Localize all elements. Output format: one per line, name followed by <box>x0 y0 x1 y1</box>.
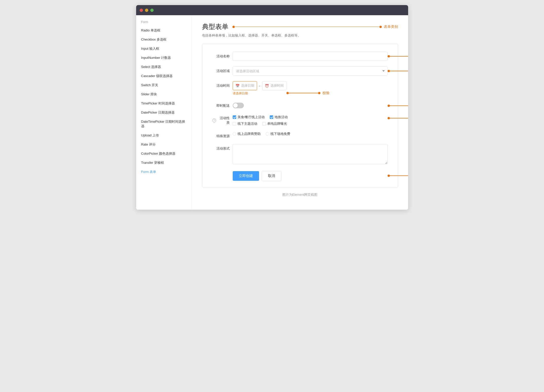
checkbox-pinpai[interactable] <box>262 122 266 126</box>
activity-zone-select[interactable]: 请选择活动区域 <box>233 66 388 76</box>
sidebar-item-datepicker[interactable]: DatePicker 日期选择器 <box>136 108 192 117</box>
activity-form-control <box>233 144 388 165</box>
activity-form-label: 活动形式 <box>212 144 233 151</box>
sidebar-section-title: Form <box>136 20 192 26</box>
special-resources-control: 线上品牌商赞助 线下场地免费 <box>233 132 388 136</box>
radio-group: 线上品牌商赞助 线下场地免费 <box>233 132 388 136</box>
sidebar-item-transfer[interactable]: Transfer 穿梭框 <box>136 158 192 167</box>
form-row-activity-nature: ? 活动性质 美食/餐厅线上活动 地推活 <box>212 115 388 126</box>
titlebar <box>136 5 408 15</box>
datetime-dash: - <box>259 84 260 88</box>
footer-text: 图片为Element网页截图 <box>202 187 398 200</box>
checkbox-ditui[interactable] <box>270 115 273 119</box>
instant-delivery-label: 即时配送 <box>212 101 233 108</box>
sidebar-item-cascader[interactable]: Cascader 级联选择器 <box>136 72 192 81</box>
date-picker-input[interactable]: 📅 选择日期 <box>233 81 257 90</box>
app-window: Form Radio 单选框 Checkbox 多选框 Input 输入框 In… <box>136 5 408 210</box>
form-card: 活动名称 表单标签 <box>202 44 398 187</box>
buttons-label-spacer <box>212 171 233 173</box>
annotation-dot-validation-right <box>318 92 320 94</box>
activity-form-textarea[interactable] <box>233 144 388 164</box>
activity-zone-label: 活动区域 <box>212 66 233 73</box>
minimize-button[interactable] <box>145 9 148 12</box>
page-header: 典型表单 表单类别 <box>202 22 398 31</box>
form-row-activity-form: 活动形式 <box>212 144 388 165</box>
sidebar-item-slider[interactable]: Slider 滑块 <box>136 90 192 99</box>
maximize-button[interactable] <box>150 9 154 12</box>
switch-knob <box>233 103 238 108</box>
annotation-dot-title <box>232 26 235 28</box>
instant-delivery-control <box>233 101 388 109</box>
activity-name-input[interactable] <box>233 52 388 61</box>
submit-button[interactable]: 立即创建 <box>233 171 259 181</box>
sidebar-item-timepicker[interactable]: TimePicker 时间选择器 <box>136 99 192 108</box>
activity-time-label: 活动时间 <box>212 81 233 88</box>
time-placeholder: 选择时间 <box>270 83 284 88</box>
annotation-dot-validation <box>286 92 289 94</box>
form-row-activity-name: 活动名称 表单标签 <box>212 52 388 61</box>
annotation-dot-zone <box>388 70 390 72</box>
radio-item-0[interactable]: 线上品牌商赞助 <box>233 132 261 136</box>
cancel-button[interactable]: 取消 <box>262 171 281 181</box>
activity-name-label: 活动名称 <box>212 52 233 59</box>
sidebar-item-colorpicker[interactable]: ColorPicker 颜色选择器 <box>136 149 192 158</box>
close-button[interactable] <box>140 9 143 12</box>
sidebar-item-inputnumber[interactable]: InputNumber 计数器 <box>136 53 192 62</box>
radio-label-1: 线下场地免费 <box>270 132 290 136</box>
checkbox-item-3[interactable]: 单纯品牌曝光 <box>262 121 287 126</box>
annotation-dot-btn <box>388 175 390 177</box>
content-area: Form Radio 单选框 Checkbox 多选框 Input 输入框 In… <box>136 15 408 210</box>
checkbox-item-0[interactable]: 美食/餐厅线上活动 <box>233 115 265 119</box>
sidebar: Form Radio 单选框 Checkbox 多选框 Input 输入框 In… <box>136 15 192 210</box>
activity-name-control <box>233 52 388 61</box>
sidebar-item-datetimepicker[interactable]: DateTimePicker 日期时间选择器 <box>136 117 192 131</box>
form-row-special-resources: 特殊资源 线上品牌商赞助 线下场地免费 <box>212 132 388 138</box>
activity-nature-control: 美食/餐厅线上活动 地推活动 线下主题活动 <box>233 115 388 126</box>
checkbox-xiaxia[interactable] <box>233 122 236 126</box>
activity-time-control: 📅 选择日期 - ⏰ 选择时间 请选择日期 <box>233 81 286 96</box>
radio-label-0: 线上品牌商赞助 <box>238 132 261 136</box>
annotation-dot-label <box>388 55 390 58</box>
sidebar-item-upload[interactable]: Upload 上传 <box>136 131 192 140</box>
checkbox-item-1[interactable]: 地推活动 <box>270 115 288 119</box>
sidebar-item-input[interactable]: Input 输入框 <box>136 44 192 53</box>
buttons-control: 立即创建 取消 按钮 <box>233 171 388 181</box>
main-content: 典型表单 表单类别 包括各种表单项，比如输入框、选择器、开关、单选框、多选框等。 <box>192 15 408 210</box>
page-description: 包括各种表单项，比如输入框、选择器、开关、单选框、多选框等。 <box>202 33 398 38</box>
checkbox-label-ditui: 地推活动 <box>275 115 288 119</box>
validation-message: 请选择日期 <box>233 91 286 96</box>
annotation-dot-help <box>388 117 390 119</box>
form-row-buttons: 立即创建 取消 按钮 <box>212 171 388 181</box>
sidebar-item-checkbox[interactable]: Checkbox 多选框 <box>136 35 192 44</box>
sidebar-item-select[interactable]: Select 选择器 <box>136 62 192 72</box>
sidebar-item-radio[interactable]: Radio 单选框 <box>136 26 192 35</box>
special-resources-label: 特殊资源 <box>212 132 233 138</box>
radio-circle-0[interactable] <box>233 132 236 136</box>
annotation-dot-title-right <box>379 26 382 28</box>
activity-zone-control: 请选择活动区域 <box>233 66 388 76</box>
checkbox-meishi[interactable] <box>233 115 236 119</box>
checkbox-item-2[interactable]: 线下主题活动 <box>233 121 257 126</box>
page-title: 典型表单 <box>202 22 228 31</box>
sidebar-item-switch[interactable]: Switch 开关 <box>136 81 192 90</box>
form-row-instant-delivery: 即时配送 表单基本组件 <box>212 101 388 109</box>
instant-delivery-switch[interactable] <box>233 103 244 108</box>
checkbox-label-meishi: 美食/餐厅线上活动 <box>238 115 265 119</box>
radio-circle-1[interactable] <box>266 132 269 136</box>
help-icon[interactable]: ? <box>212 118 216 122</box>
form-row-activity-time: 活动时间 📅 选择日期 - ⏰ <box>212 81 388 96</box>
checkbox-label-pinpai: 单纯品牌曝光 <box>267 121 287 126</box>
sidebar-item-form[interactable]: Form 表单 <box>136 167 192 176</box>
sidebar-item-rate[interactable]: Rate 评分 <box>136 140 192 149</box>
form-row-activity-zone: 活动区域 请选择活动区域 占位提示 <box>212 66 388 76</box>
annotation-label-jiaoyan: 校验 <box>322 91 330 95</box>
annotation-label-biaodanleibie: 表单类别 <box>384 25 398 29</box>
activity-nature-label: 活动性质 <box>218 116 229 125</box>
activity-nature-label-container: ? 活动性质 <box>212 115 233 125</box>
time-picker-input[interactable]: ⏰ 选择时间 <box>262 81 286 90</box>
checkbox-label-xiaxia: 线下主题活动 <box>238 121 257 126</box>
radio-item-1[interactable]: 线下场地免费 <box>266 132 290 136</box>
datetime-row: 📅 选择日期 - ⏰ 选择时间 <box>233 81 286 90</box>
annotation-dot-switch <box>388 105 390 107</box>
date-placeholder: 选择日期 <box>241 83 254 88</box>
